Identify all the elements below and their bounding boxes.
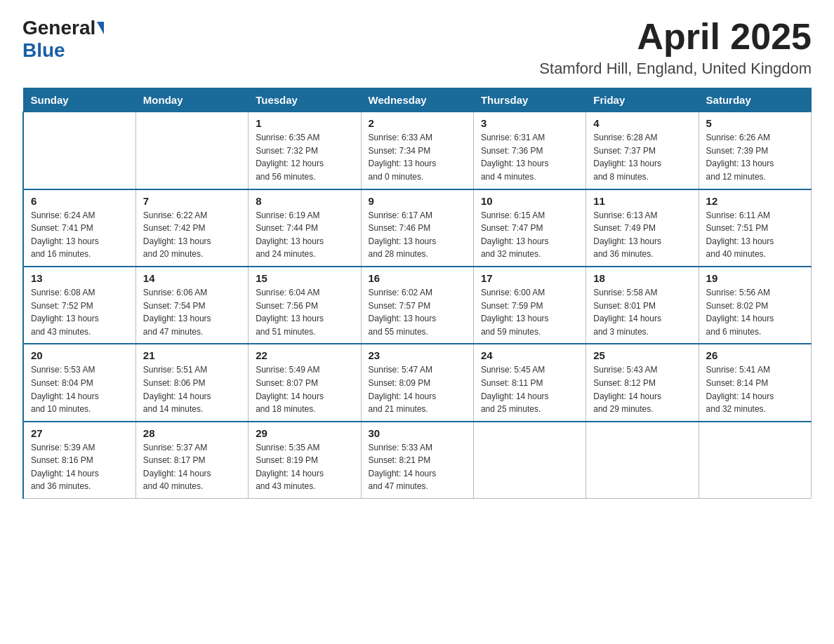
day-info: Sunrise: 6:26 AM Sunset: 7:39 PM Dayligh…	[706, 131, 804, 183]
calendar-cell: 4Sunrise: 6:28 AM Sunset: 7:37 PM Daylig…	[586, 112, 699, 189]
calendar-cell: 17Sunrise: 6:00 AM Sunset: 7:59 PM Dayli…	[473, 267, 585, 344]
day-number: 25	[593, 349, 691, 361]
day-number: 4	[593, 117, 691, 129]
day-info: Sunrise: 6:11 AM Sunset: 7:51 PM Dayligh…	[706, 209, 804, 261]
day-info: Sunrise: 5:45 AM Sunset: 8:11 PM Dayligh…	[481, 363, 578, 415]
calendar-cell: 15Sunrise: 6:04 AM Sunset: 7:56 PM Dayli…	[249, 267, 361, 344]
calendar-header-saturday: Saturday	[699, 88, 811, 112]
calendar-week-row: 27Sunrise: 5:39 AM Sunset: 8:16 PM Dayli…	[23, 422, 812, 499]
calendar-cell	[23, 112, 135, 189]
day-number: 2	[369, 117, 466, 129]
day-number: 30	[369, 427, 466, 439]
day-info: Sunrise: 6:31 AM Sunset: 7:36 PM Dayligh…	[481, 131, 578, 183]
day-number: 27	[31, 427, 128, 439]
calendar-cell: 11Sunrise: 6:13 AM Sunset: 7:49 PM Dayli…	[586, 189, 699, 267]
calendar-cell: 2Sunrise: 6:33 AM Sunset: 7:34 PM Daylig…	[361, 112, 473, 189]
calendar-cell: 10Sunrise: 6:15 AM Sunset: 7:47 PM Dayli…	[473, 189, 585, 267]
calendar-header-tuesday: Tuesday	[249, 88, 361, 112]
calendar-cell: 30Sunrise: 5:33 AM Sunset: 8:21 PM Dayli…	[361, 422, 473, 499]
calendar-week-row: 1Sunrise: 6:35 AM Sunset: 7:32 PM Daylig…	[23, 112, 812, 189]
logo-general-text: General	[22, 17, 95, 39]
day-info: Sunrise: 6:28 AM Sunset: 7:37 PM Dayligh…	[593, 131, 691, 183]
calendar-week-row: 13Sunrise: 6:08 AM Sunset: 7:52 PM Dayli…	[23, 267, 812, 344]
day-number: 15	[256, 272, 353, 284]
day-number: 13	[31, 272, 128, 284]
calendar-cell: 25Sunrise: 5:43 AM Sunset: 8:12 PM Dayli…	[586, 344, 699, 421]
day-number: 24	[481, 349, 578, 361]
day-number: 9	[369, 195, 466, 207]
day-number: 14	[143, 272, 241, 284]
calendar-cell: 22Sunrise: 5:49 AM Sunset: 8:07 PM Dayli…	[249, 344, 361, 421]
day-info: Sunrise: 5:49 AM Sunset: 8:07 PM Dayligh…	[256, 363, 353, 415]
day-number: 26	[706, 349, 804, 361]
calendar-cell: 20Sunrise: 5:53 AM Sunset: 8:04 PM Dayli…	[23, 344, 135, 421]
day-info: Sunrise: 6:24 AM Sunset: 7:41 PM Dayligh…	[31, 209, 128, 261]
logo-blue-text: Blue	[22, 39, 65, 62]
day-number: 22	[256, 349, 353, 361]
day-number: 10	[481, 195, 578, 207]
calendar-cell: 3Sunrise: 6:31 AM Sunset: 7:36 PM Daylig…	[473, 112, 585, 189]
calendar-cell: 23Sunrise: 5:47 AM Sunset: 8:09 PM Dayli…	[361, 344, 473, 421]
day-number: 29	[256, 427, 353, 439]
day-info: Sunrise: 6:02 AM Sunset: 7:57 PM Dayligh…	[369, 286, 466, 338]
calendar-cell: 18Sunrise: 5:58 AM Sunset: 8:01 PM Dayli…	[586, 267, 699, 344]
calendar-cell: 6Sunrise: 6:24 AM Sunset: 7:41 PM Daylig…	[23, 189, 135, 267]
day-info: Sunrise: 6:17 AM Sunset: 7:46 PM Dayligh…	[369, 209, 466, 261]
logo-triangle-icon	[97, 22, 104, 34]
calendar-header-thursday: Thursday	[473, 88, 585, 112]
day-number: 19	[706, 272, 804, 284]
calendar-header-row: SundayMondayTuesdayWednesdayThursdayFrid…	[23, 88, 812, 112]
day-number: 21	[143, 349, 241, 361]
day-info: Sunrise: 6:04 AM Sunset: 7:56 PM Dayligh…	[256, 286, 353, 338]
month-title: April 2025	[539, 17, 812, 57]
day-info: Sunrise: 6:08 AM Sunset: 7:52 PM Dayligh…	[31, 286, 128, 338]
calendar-cell	[586, 422, 699, 499]
calendar-header-wednesday: Wednesday	[361, 88, 473, 112]
calendar-cell: 8Sunrise: 6:19 AM Sunset: 7:44 PM Daylig…	[249, 189, 361, 267]
day-info: Sunrise: 5:41 AM Sunset: 8:14 PM Dayligh…	[706, 363, 804, 415]
day-number: 7	[143, 195, 241, 207]
day-number: 6	[31, 195, 128, 207]
day-number: 11	[593, 195, 691, 207]
day-number: 16	[369, 272, 466, 284]
day-number: 3	[481, 117, 578, 129]
day-info: Sunrise: 5:53 AM Sunset: 8:04 PM Dayligh…	[31, 363, 128, 415]
day-info: Sunrise: 5:56 AM Sunset: 8:02 PM Dayligh…	[706, 286, 804, 338]
calendar-cell	[473, 422, 585, 499]
day-info: Sunrise: 6:33 AM Sunset: 7:34 PM Dayligh…	[369, 131, 466, 183]
calendar-header-sunday: Sunday	[23, 88, 135, 112]
day-info: Sunrise: 5:43 AM Sunset: 8:12 PM Dayligh…	[593, 363, 691, 415]
title-block: April 2025 Stamford Hill, England, Unite…	[539, 17, 812, 78]
calendar-cell: 7Sunrise: 6:22 AM Sunset: 7:42 PM Daylig…	[135, 189, 248, 267]
calendar-cell: 21Sunrise: 5:51 AM Sunset: 8:06 PM Dayli…	[135, 344, 248, 421]
day-info: Sunrise: 5:37 AM Sunset: 8:17 PM Dayligh…	[143, 441, 241, 493]
calendar-cell: 13Sunrise: 6:08 AM Sunset: 7:52 PM Dayli…	[23, 267, 135, 344]
day-number: 28	[143, 427, 241, 439]
day-info: Sunrise: 5:51 AM Sunset: 8:06 PM Dayligh…	[143, 363, 241, 415]
day-number: 1	[256, 117, 353, 129]
day-info: Sunrise: 6:35 AM Sunset: 7:32 PM Dayligh…	[256, 131, 353, 183]
day-number: 17	[481, 272, 578, 284]
day-info: Sunrise: 5:47 AM Sunset: 8:09 PM Dayligh…	[369, 363, 466, 415]
calendar-header-friday: Friday	[586, 88, 699, 112]
day-number: 12	[706, 195, 804, 207]
day-info: Sunrise: 6:22 AM Sunset: 7:42 PM Dayligh…	[143, 209, 241, 261]
day-number: 23	[369, 349, 466, 361]
logo: General Blue	[22, 17, 105, 62]
calendar-cell: 26Sunrise: 5:41 AM Sunset: 8:14 PM Dayli…	[699, 344, 811, 421]
day-number: 8	[256, 195, 353, 207]
calendar-cell	[135, 112, 248, 189]
day-number: 5	[706, 117, 804, 129]
calendar-header-monday: Monday	[135, 88, 248, 112]
day-info: Sunrise: 5:39 AM Sunset: 8:16 PM Dayligh…	[31, 441, 128, 493]
calendar-cell: 16Sunrise: 6:02 AM Sunset: 7:57 PM Dayli…	[361, 267, 473, 344]
calendar-cell: 14Sunrise: 6:06 AM Sunset: 7:54 PM Dayli…	[135, 267, 248, 344]
calendar-week-row: 6Sunrise: 6:24 AM Sunset: 7:41 PM Daylig…	[23, 189, 812, 267]
page-header: General Blue April 2025 Stamford Hill, E…	[22, 17, 812, 78]
day-info: Sunrise: 6:19 AM Sunset: 7:44 PM Dayligh…	[256, 209, 353, 261]
calendar-cell: 5Sunrise: 6:26 AM Sunset: 7:39 PM Daylig…	[699, 112, 811, 189]
day-number: 20	[31, 349, 128, 361]
day-info: Sunrise: 5:58 AM Sunset: 8:01 PM Dayligh…	[593, 286, 691, 338]
calendar-week-row: 20Sunrise: 5:53 AM Sunset: 8:04 PM Dayli…	[23, 344, 812, 421]
day-info: Sunrise: 6:13 AM Sunset: 7:49 PM Dayligh…	[593, 209, 691, 261]
